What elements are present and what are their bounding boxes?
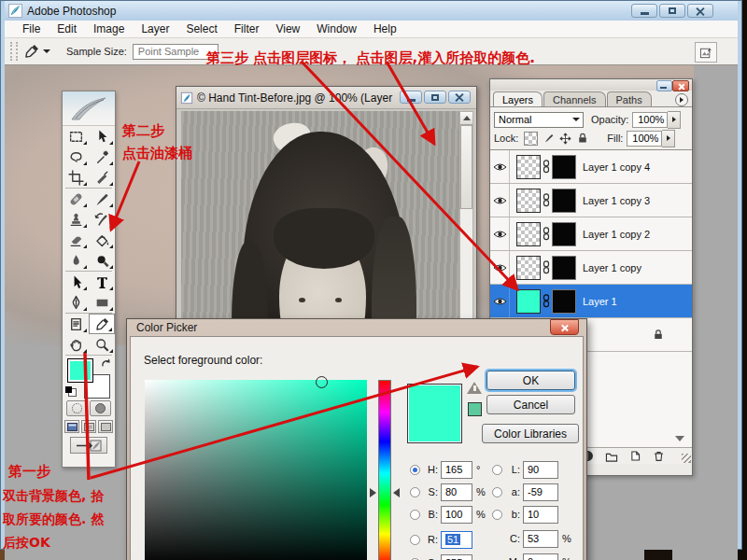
visibility-toggle[interactable] [490,184,510,217]
tab-channels[interactable]: Channels [543,91,605,106]
fullscreen-button[interactable] [98,420,113,433]
panel-resize-grip[interactable] [682,454,691,463]
tool-path-selection[interactable] [63,272,89,292]
sample-size-select[interactable]: Point Sample [133,44,218,60]
menu-filter[interactable]: Filter [226,21,268,36]
visibility-toggle[interactable] [490,150,510,183]
layer-thumbnail[interactable] [516,155,541,179]
layer-mask-thumbnail[interactable] [552,289,576,314]
document-titlebar[interactable]: © Hand Tint-Before.jpg @ 100% (Layer ... [176,87,476,109]
layer-mask-thumbnail[interactable] [552,189,576,213]
scrollbar-thumb[interactable] [460,125,472,209]
menu-window[interactable]: Window [308,21,365,36]
tool-pen[interactable] [63,292,89,313]
fill-input[interactable]: 100% [627,131,662,147]
menu-image[interactable]: Image [85,21,133,36]
tool-clone-stamp[interactable] [63,209,89,230]
layer-thumbnail[interactable] [516,222,541,246]
tool-preset-arrow-icon[interactable] [43,49,50,53]
hue-marker-right-icon[interactable] [393,488,400,497]
tool-history-brush[interactable] [89,209,115,230]
radio-b[interactable] [410,510,420,520]
layer-row[interactable]: Layer 1 copy 3 [490,184,692,217]
tool-type[interactable] [89,272,115,292]
close-button[interactable] [687,4,713,18]
delete-layer-icon[interactable] [653,450,665,462]
tool-paint-bucket[interactable] [89,230,115,250]
palette-well[interactable] [63,91,115,126]
g-input[interactable]: 255 [441,554,472,560]
tool-crop[interactable] [63,167,89,188]
menu-file[interactable]: File [14,21,49,36]
tool-magic-wand[interactable] [89,147,115,167]
tool-slice[interactable] [89,167,115,188]
fullscreen-menubar-button[interactable] [81,420,96,433]
layer-row[interactable]: Layer 1 copy [490,251,692,285]
radio-s[interactable] [410,487,420,497]
options-grip[interactable] [10,42,18,61]
doc-minimize-button[interactable] [400,91,422,104]
scroll-up-button[interactable] [460,112,472,125]
a-input[interactable]: -59 [523,483,558,501]
cancel-button[interactable]: Cancel [486,395,575,414]
foreground-color-swatch[interactable] [67,358,93,383]
tool-eyedropper[interactable] [89,314,115,334]
r-input[interactable]: 51 [441,531,472,549]
menu-view[interactable]: View [267,21,308,36]
lock-position-icon[interactable] [559,133,571,145]
visibility-toggle[interactable] [490,285,510,317]
tool-eraser[interactable] [63,230,89,250]
new-layer-icon[interactable] [629,450,641,462]
menu-layer[interactable]: Layer [133,21,177,36]
layers-scroll-down-icon[interactable] [675,436,684,441]
b2-input[interactable]: 10 [523,506,558,524]
lock-transparency-icon[interactable] [524,132,538,146]
layer-thumbnail[interactable] [516,256,541,280]
saturation-brightness-field[interactable] [145,380,367,560]
tool-lasso[interactable] [63,147,89,167]
color-picker-titlebar[interactable]: Color Picker [130,319,584,336]
color-libraries-button[interactable]: Color Libraries [482,424,579,443]
default-colors-icon[interactable] [65,386,77,397]
layer-mask-thumbnail[interactable] [552,256,576,280]
menu-edit[interactable]: Edit [49,21,85,36]
gamut-warning-icon[interactable] [467,382,482,394]
radio-b2[interactable] [492,510,502,520]
tool-move[interactable] [89,126,115,147]
file-browser-button[interactable] [695,42,717,63]
fill-slider-button[interactable] [662,130,675,147]
tool-shape[interactable] [89,292,115,313]
visibility-toggle[interactable] [490,251,510,284]
blend-mode-select[interactable]: Normal [494,112,584,128]
edit-in-imageready-button[interactable] [70,437,107,454]
m-input[interactable]: 0 [523,553,558,560]
opacity-input[interactable]: 100% [632,112,668,128]
maximize-button[interactable] [659,4,685,18]
app-titlebar[interactable]: Adobe Photoshop [5,1,738,21]
lock-pixels-icon[interactable] [543,133,555,145]
opacity-slider-button[interactable] [668,111,681,129]
s-input[interactable]: 80 [441,483,472,501]
layer-mask-thumbnail[interactable] [552,155,576,179]
quick-mask-mode-button[interactable] [90,400,111,416]
c-input[interactable]: 53 [523,530,558,548]
tool-hand[interactable] [63,334,89,355]
radio-h[interactable] [410,465,420,475]
lock-all-icon[interactable] [576,133,588,145]
doc-maximize-button[interactable] [424,91,446,104]
b-input[interactable]: 100 [441,506,472,524]
panel-menu-button[interactable] [675,93,688,106]
tool-dodge[interactable] [89,250,115,271]
picker-close-button[interactable] [550,319,579,335]
ok-button[interactable]: OK [486,371,575,390]
standard-screen-button[interactable] [64,420,79,433]
radio-l[interactable] [492,465,502,475]
layers-panel-titlebar[interactable] [490,79,692,91]
menu-help[interactable]: Help [365,21,405,36]
radio-r[interactable] [410,535,420,545]
layer-thumbnail[interactable] [516,189,541,213]
tool-zoom[interactable] [89,334,115,355]
tool-brush[interactable] [89,189,115,209]
tab-paths[interactable]: Paths [607,91,652,106]
tab-layers[interactable]: Layers [493,91,543,106]
